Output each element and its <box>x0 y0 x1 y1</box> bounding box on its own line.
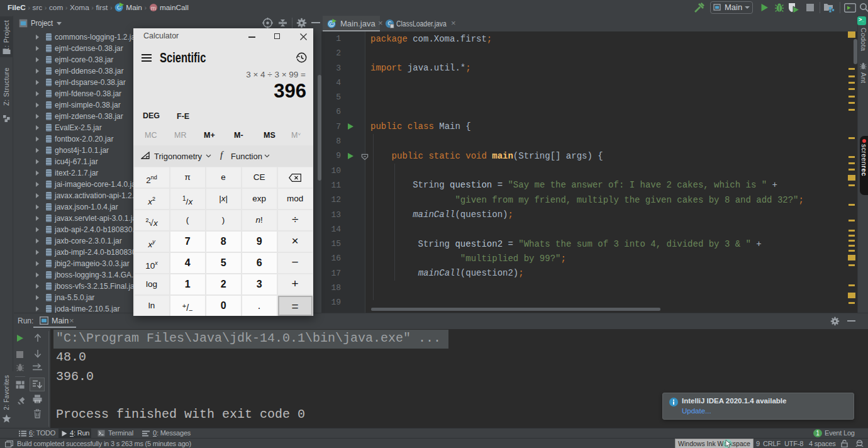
svg-text:m: m <box>151 4 156 11</box>
